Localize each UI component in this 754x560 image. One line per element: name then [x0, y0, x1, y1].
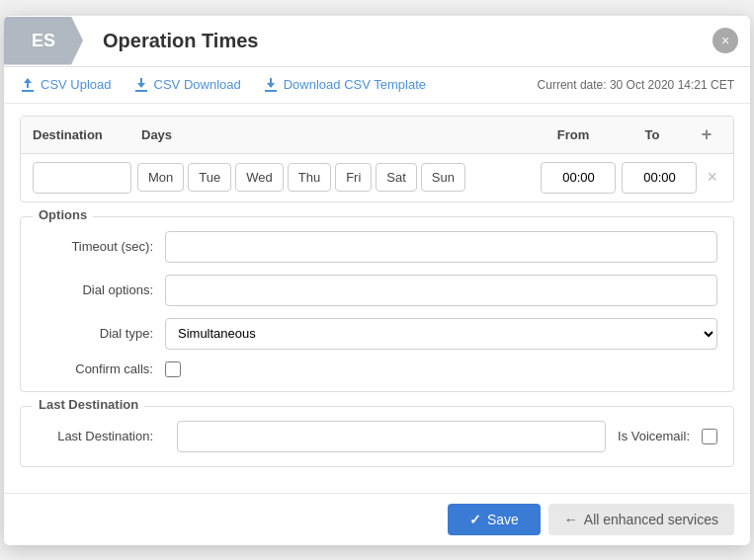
col-to: To: [613, 127, 692, 142]
upload-icon: [20, 77, 36, 93]
timeout-label: Timeout (sec):: [37, 239, 165, 254]
confirm-calls-checkbox[interactable]: [165, 361, 181, 377]
download-template-button[interactable]: Download CSV Template: [263, 77, 426, 93]
day-thu-button[interactable]: Thu: [288, 163, 331, 192]
timeout-row: Timeout (sec):: [37, 231, 717, 263]
destination-input[interactable]: [33, 162, 131, 194]
last-destination-legend: Last Destination: [33, 397, 144, 412]
last-destination-section: Last Destination Last Destination: Is Vo…: [20, 406, 734, 467]
modal-header: ES Operation Times ×: [4, 16, 750, 67]
operation-times-table: Destination Days From To + Mon Tue Wed T…: [20, 116, 734, 202]
close-button[interactable]: ×: [712, 28, 738, 53]
table-header: Destination Days From To +: [21, 117, 733, 154]
modal-body: Destination Days From To + Mon Tue Wed T…: [4, 104, 750, 493]
day-fri-button[interactable]: Fri: [335, 163, 372, 192]
last-destination-label: Last Destination:: [37, 429, 165, 443]
csv-upload-button[interactable]: CSV Upload: [20, 77, 112, 93]
options-legend: Options: [33, 207, 93, 222]
check-icon: ✓: [469, 512, 481, 527]
es-badge: ES: [4, 17, 83, 65]
dial-options-label: Dial options:: [37, 282, 165, 297]
modal-container: ES Operation Times × CSV Upload CSV Down…: [4, 16, 750, 545]
options-section: Options Timeout (sec): Dial options: Dia…: [20, 216, 734, 392]
confirm-calls-row: Confirm calls:: [37, 361, 717, 377]
download-icon: [133, 77, 149, 93]
to-time-input[interactable]: [622, 162, 697, 194]
from-time-input[interactable]: [541, 162, 616, 194]
col-days: Days: [141, 127, 534, 142]
col-from: From: [534, 127, 613, 142]
delete-row-button[interactable]: ×: [703, 167, 721, 188]
add-row-button[interactable]: +: [692, 124, 721, 145]
day-sat-button[interactable]: Sat: [376, 163, 417, 192]
dial-type-label: Dial type:: [37, 326, 165, 341]
csv-download-button[interactable]: CSV Download: [133, 77, 241, 93]
day-tue-button[interactable]: Tue: [188, 163, 231, 192]
modal-footer: ✓ Save ← All enhanced services: [4, 493, 750, 545]
confirm-calls-label: Confirm calls:: [37, 361, 165, 376]
last-destination-input[interactable]: [177, 421, 606, 452]
page-title: Operation Times: [83, 16, 278, 66]
dial-options-row: Dial options:: [37, 275, 717, 306]
timeout-input[interactable]: [165, 231, 717, 263]
days-group: Mon Tue Wed Thu Fri Sat Sun: [137, 163, 535, 192]
col-destination: Destination: [33, 127, 141, 142]
table-row: Mon Tue Wed Thu Fri Sat Sun ×: [21, 154, 733, 201]
all-enhanced-services-button[interactable]: ← All enhanced services: [548, 504, 734, 535]
voicemail-label: Is Voicemail:: [618, 429, 690, 443]
dial-type-row: Dial type: Simultaneous Sequential Rando…: [37, 318, 717, 350]
download-template-icon: [263, 77, 279, 93]
save-button[interactable]: ✓ Save: [448, 504, 541, 535]
day-sun-button[interactable]: Sun: [421, 163, 465, 192]
dial-type-select[interactable]: Simultaneous Sequential Random: [165, 318, 717, 350]
back-arrow-icon: ←: [564, 512, 578, 527]
dial-options-input[interactable]: [165, 275, 717, 306]
day-wed-button[interactable]: Wed: [235, 163, 284, 192]
toolbar: CSV Upload CSV Download Download CSV Tem…: [4, 67, 750, 104]
last-destination-row: Last Destination: Is Voicemail:: [37, 421, 717, 452]
voicemail-checkbox[interactable]: [702, 429, 717, 444]
current-date: Current date: 30 Oct 2020 14:21 CET: [538, 78, 734, 92]
day-mon-button[interactable]: Mon: [137, 163, 184, 192]
